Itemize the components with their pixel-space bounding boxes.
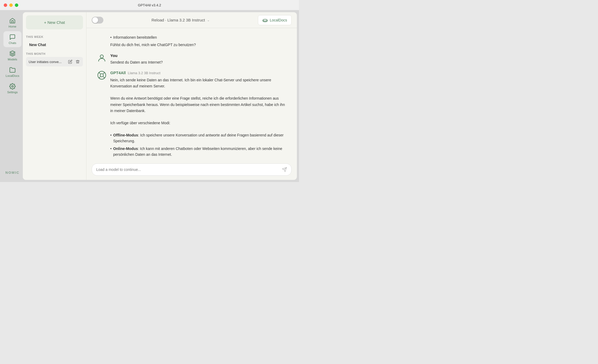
close-button[interactable] — [4, 3, 7, 7]
message-text-intro: • Informationen bereitstellen Fühlst du … — [110, 34, 286, 48]
user-avatar — [97, 53, 107, 63]
chat-sidebar: + New Chat THIS WEEK New Chat THIS MONTH… — [23, 12, 86, 180]
sidebar-item-models-label: Models — [8, 58, 17, 61]
messages-area: • Informationen bereitstellen Fühlst du … — [86, 28, 297, 160]
toggle-switch[interactable] — [92, 17, 103, 24]
svg-line-9 — [103, 77, 105, 78]
localdocs-button[interactable]: LocalDocs — [258, 15, 292, 25]
models-icon — [9, 50, 16, 57]
chevron-down-icon: ⌄ — [207, 18, 210, 22]
message-content-user: You Sendest du Daten ans Internet? — [110, 53, 286, 65]
assistant-avatar — [97, 70, 107, 80]
message-content-intro: • Informationen bereitstellen Fühlst du … — [110, 34, 286, 48]
sidebar-item-localdocs[interactable]: LocalDocs — [3, 64, 21, 80]
chats-icon — [9, 34, 16, 40]
delete-chat-button[interactable] — [75, 59, 80, 64]
gpt-name: GPT4All — [110, 70, 126, 75]
edit-icon — [68, 60, 72, 64]
svg-point-1 — [12, 86, 13, 87]
trash-icon — [76, 60, 80, 64]
input-box — [92, 163, 292, 176]
offline-term: Offline-Modus — [113, 133, 138, 137]
localdocs-header-icon — [262, 17, 268, 23]
bullet-online: • Online-Modus: Ich kann mit anderen Cha… — [110, 146, 286, 158]
message-block-assistant: GPT4All Llama 3.2 3B Instruct Nein, ich … — [97, 70, 286, 160]
maximize-button[interactable] — [15, 3, 18, 7]
this-month-label: THIS MONTH — [26, 52, 83, 55]
edit-chat-button[interactable] — [68, 59, 73, 64]
model-selector[interactable]: Reload · Llama 3.2 3B Instruct ⌄ — [108, 18, 254, 22]
minimize-button[interactable] — [9, 3, 13, 7]
assistant-avatar-intro — [97, 34, 107, 44]
model-label: Reload · Llama 3.2 3B Instruct — [151, 18, 205, 22]
chat-item-user-initiates[interactable]: User initiates conve... — [26, 57, 83, 66]
nomic-logo: NOMIC — [5, 171, 19, 175]
localdocs-label: LocalDocs — [270, 18, 287, 22]
gpt-model: Llama 3.2 3B Instruct — [128, 71, 160, 75]
home-icon — [9, 17, 16, 24]
svg-line-7 — [103, 73, 105, 74]
window-title: GPT4All v3.4.2 — [138, 3, 161, 7]
sidebar-item-home[interactable]: Home — [3, 15, 21, 31]
message-block-user: You Sendest du Daten ans Internet? — [97, 53, 286, 65]
message-block-intro: • Informationen bereitstellen Fühlst du … — [97, 34, 286, 48]
svg-marker-0 — [10, 51, 15, 54]
sidebar-item-settings[interactable]: Settings — [3, 81, 21, 96]
new-chat-button[interactable]: + New Chat — [26, 15, 83, 29]
title-bar: GPT4All v3.4.2 — [0, 0, 299, 10]
svg-point-5 — [100, 74, 103, 77]
sidebar-item-settings-label: Settings — [7, 91, 18, 94]
settings-icon — [9, 83, 16, 90]
input-area — [86, 160, 297, 180]
bullet-text-info: Informationen bereitstellen — [113, 34, 157, 40]
sidebar-item-localdocs-label: LocalDocs — [6, 74, 19, 77]
chat-header: Reload · Llama 3.2 3B Instruct ⌄ LocalDo… — [86, 12, 297, 28]
main-window: + New Chat THIS WEEK New Chat THIS MONTH… — [23, 12, 297, 180]
send-button[interactable] — [282, 167, 287, 172]
svg-line-6 — [99, 73, 100, 74]
localdocs-icon — [9, 67, 16, 73]
assistant-para-2: Wenn du eine Antwort benötigst oder eine… — [110, 95, 286, 114]
online-text: : Ich kann mit anderen Chatboten oder We… — [113, 147, 282, 157]
user-sender-label: You — [110, 53, 286, 58]
offline-text: : Ich speichere unsere Konversation und … — [113, 133, 284, 143]
svg-line-8 — [99, 77, 100, 78]
chat-area: Reload · Llama 3.2 3B Instruct ⌄ LocalDo… — [86, 12, 297, 180]
app-container: Home Chats Models — [0, 10, 299, 182]
chat-input[interactable] — [96, 167, 279, 172]
sidebar-item-models[interactable]: Models — [3, 48, 21, 64]
chat-item-new-chat[interactable]: New Chat — [26, 40, 83, 50]
assistant-message-text: Nein, ich sende keine Daten an das Inter… — [110, 77, 286, 160]
traffic-lights — [4, 3, 18, 7]
sidebar: Home Chats Models — [2, 12, 23, 180]
online-term: Online-Modus — [113, 147, 138, 151]
toggle-knob — [92, 17, 98, 23]
intro-closing: Fühlst du dich frei, mich wie ChatGPT zu… — [110, 42, 286, 48]
sidebar-item-chats[interactable]: Chats — [3, 31, 21, 47]
chat-item-text: User initiates conve... — [29, 60, 68, 64]
bullet-offline: • Offline-Modus: Ich speichere unsere Ko… — [110, 132, 286, 144]
user-message-text: Sendest du Daten ans Internet? — [110, 59, 286, 65]
assistant-para-1: Nein, ich sende keine Daten an das Inter… — [110, 77, 286, 89]
sidebar-item-home-label: Home — [8, 25, 16, 28]
svg-point-3 — [100, 55, 103, 58]
send-icon — [282, 167, 287, 172]
message-content-assistant: GPT4All Llama 3.2 3B Instruct Nein, ich … — [110, 70, 286, 160]
gpt-header: GPT4All Llama 3.2 3B Instruct — [110, 70, 286, 75]
assistant-para-3: Ich verfüge über verschiedene Modi: — [110, 120, 286, 126]
sidebar-item-chats-label: Chats — [9, 41, 16, 45]
this-week-label: THIS WEEK — [26, 35, 83, 38]
bullet-item-info: • Informationen bereitstellen — [110, 34, 286, 40]
chat-item-actions — [68, 59, 80, 64]
